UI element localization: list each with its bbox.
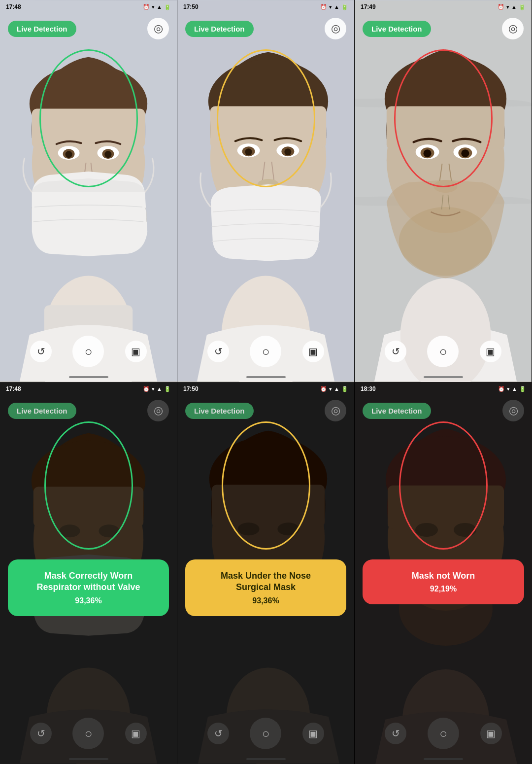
live-detection-btn-3[interactable]: Live Detection	[363, 21, 431, 37]
alarm-icon-6: ⏰	[498, 386, 505, 392]
signal-icon-4: ▲	[157, 386, 162, 392]
rotate-icon-2: ↺	[214, 346, 223, 357]
bottom-screen-3: 18:30 ⏰ ▾ ▲ 🔋 Live Detection ◎ Mask not …	[355, 382, 532, 764]
status-icons-5: ⏰ ▾ ▲ 🔋	[320, 386, 348, 392]
signal-icon-5: ▲	[334, 386, 339, 392]
status-icons-3: ⏰ ▾ ▲ 🔋	[498, 4, 526, 10]
result-pct-3: 92,19%	[372, 585, 514, 593]
gallery-icon-1: ▣	[131, 346, 140, 357]
bottom-screen-1: 17:48 ⏰ ▾ ▲ 🔋 Live Detection ◎ Mask Corr…	[0, 382, 177, 764]
result-title-3: Mask not Worn	[372, 570, 514, 582]
face-oval-3	[394, 49, 493, 187]
shutter-btn-4[interactable]: ○	[72, 718, 104, 749]
rotate-icon-4: ↺	[37, 728, 45, 739]
home-indicator-2	[246, 376, 286, 378]
gallery-btn-6[interactable]: ▣	[480, 723, 502, 744]
fingerprint-btn-4[interactable]: ◎	[147, 400, 169, 421]
status-icons-1: ⏰ ▾ ▲ 🔋	[143, 4, 171, 10]
live-detection-btn-6[interactable]: Live Detection	[363, 403, 431, 419]
alarm-icon-4: ⏰	[143, 386, 150, 392]
shutter-icon-2: ○	[262, 344, 270, 359]
shutter-icon-6: ○	[439, 726, 447, 741]
status-bar-6: 18:30 ⏰ ▾ ▲ 🔋	[355, 382, 532, 396]
fingerprint-btn-5[interactable]: ◎	[325, 400, 346, 421]
fingerprint-icon-2: ◎	[331, 22, 340, 35]
signal-icon-2: ▲	[334, 4, 339, 10]
fingerprint-icon-3: ◎	[508, 22, 518, 35]
live-detection-btn-5[interactable]: Live Detection	[185, 403, 254, 419]
alarm-icon-1: ⏰	[143, 4, 150, 10]
shutter-icon-5: ○	[262, 726, 270, 741]
camera-controls-4: ↺ ○ ▣	[0, 718, 177, 749]
camera-controls-3: ↺ ○ ▣	[355, 336, 532, 367]
result-title-1: Mask Correctly WornRespirator without Va…	[18, 570, 159, 593]
gallery-icon-2: ▣	[308, 346, 318, 357]
time-1: 17:48	[6, 3, 21, 10]
shutter-btn-2[interactable]: ○	[250, 336, 281, 367]
wifi-icon-4: ▾	[152, 386, 155, 392]
fingerprint-btn-1[interactable]: ◎	[147, 18, 169, 39]
home-indicator-1	[69, 376, 108, 378]
time-5: 17:50	[183, 385, 199, 392]
shutter-icon-3: ○	[439, 344, 447, 359]
live-detection-btn-4[interactable]: Live Detection	[8, 403, 76, 419]
shutter-btn-5[interactable]: ○	[250, 718, 281, 749]
status-bar-1: 17:48 ⏰ ▾ ▲ 🔋	[0, 0, 177, 14]
status-icons-2: ⏰ ▾ ▲ 🔋	[320, 4, 348, 10]
rotate-icon-5: ↺	[214, 728, 223, 739]
fingerprint-icon-6: ◎	[509, 404, 518, 417]
time-2: 17:50	[183, 3, 199, 10]
result-title-2: Mask Under the NoseSurgical Mask	[195, 570, 336, 593]
top-bar-6: Live Detection ◎	[355, 396, 532, 425]
shutter-btn-6[interactable]: ○	[428, 718, 459, 749]
wifi-icon-2: ▾	[329, 4, 332, 10]
status-bar-3: 17:49 ⏰ ▾ ▲ 🔋	[355, 0, 532, 14]
battery-icon-4: 🔋	[164, 386, 171, 392]
gallery-btn-5[interactable]: ▣	[302, 723, 324, 744]
shutter-btn-3[interactable]: ○	[427, 336, 459, 367]
rotate-btn-5[interactable]: ↺	[207, 723, 229, 744]
time-3: 17:49	[361, 3, 376, 10]
rotate-btn-6[interactable]: ↺	[385, 723, 406, 744]
fingerprint-btn-2[interactable]: ◎	[325, 18, 346, 39]
top-screen-2: 17:50 ⏰ ▾ ▲ 🔋 Live Detection ◎ ↺ ○ ▣	[177, 0, 355, 382]
battery-icon-1: 🔋	[164, 4, 171, 10]
gallery-icon-3: ▣	[486, 346, 495, 357]
fingerprint-icon-4: ◎	[154, 404, 163, 417]
gallery-icon-4: ▣	[131, 728, 140, 739]
rotate-btn-1[interactable]: ↺	[30, 341, 52, 362]
gallery-btn-1[interactable]: ▣	[125, 341, 147, 362]
wifi-icon-5: ▾	[329, 386, 332, 392]
live-detection-btn-1[interactable]: Live Detection	[8, 21, 76, 37]
alarm-icon-5: ⏰	[320, 386, 327, 392]
top-bar-3: Live Detection ◎	[355, 14, 532, 43]
top-bar-2: Live Detection ◎	[177, 14, 354, 43]
rotate-btn-3[interactable]: ↺	[385, 341, 406, 362]
rotate-btn-2[interactable]: ↺	[207, 341, 229, 362]
result-pct-2: 93,36%	[195, 596, 336, 605]
fingerprint-btn-6[interactable]: ◎	[502, 400, 524, 421]
wifi-icon-6: ▾	[507, 386, 510, 392]
camera-controls-6: ↺ ○ ▣	[355, 718, 532, 749]
camera-controls-5: ↺ ○ ▣	[177, 718, 354, 749]
wifi-icon-1: ▾	[152, 4, 155, 10]
home-indicator-6	[424, 758, 463, 760]
gallery-btn-4[interactable]: ▣	[125, 723, 147, 744]
fingerprint-btn-3[interactable]: ◎	[502, 18, 524, 39]
result-card-1: Mask Correctly WornRespirator without Va…	[8, 559, 169, 616]
live-detection-btn-2[interactable]: Live Detection	[185, 21, 254, 37]
result-card-2: Mask Under the NoseSurgical Mask 93,36%	[185, 559, 346, 616]
face-oval-2	[217, 49, 315, 187]
fingerprint-icon-5: ◎	[331, 404, 340, 417]
alarm-icon-3: ⏰	[498, 4, 504, 10]
signal-icon-3: ▲	[511, 4, 517, 10]
face-oval-4	[44, 421, 133, 550]
gallery-btn-3[interactable]: ▣	[480, 341, 501, 362]
battery-icon-3: 🔋	[519, 4, 526, 10]
time-4: 17:48	[6, 385, 21, 392]
gallery-icon-5: ▣	[308, 728, 318, 739]
shutter-btn-1[interactable]: ○	[72, 336, 104, 367]
gallery-btn-2[interactable]: ▣	[302, 341, 324, 362]
bottom-screen-2: 17:50 ⏰ ▾ ▲ 🔋 Live Detection ◎ Mask Unde…	[177, 382, 355, 764]
rotate-btn-4[interactable]: ↺	[30, 723, 52, 744]
